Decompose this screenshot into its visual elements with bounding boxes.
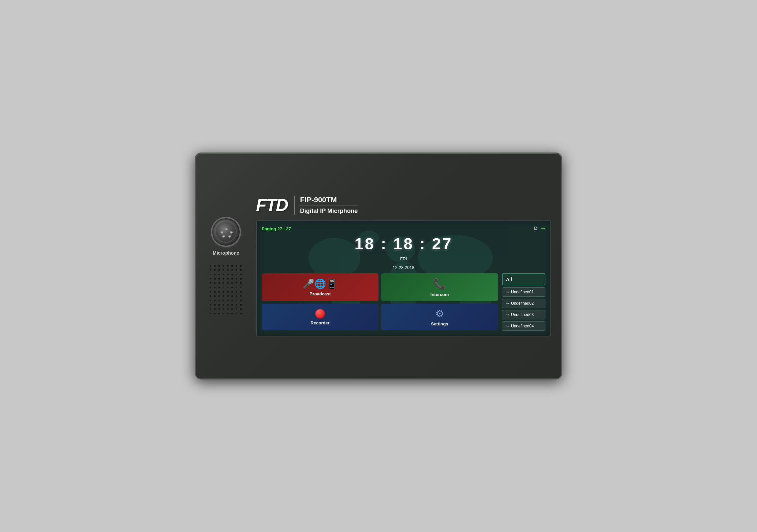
- settings-icon: ⚙: [435, 308, 444, 319]
- status-icons: 🖥 ▭: [533, 226, 545, 232]
- undefined04-label: Undefined04: [511, 324, 534, 328]
- product-info: FIP-900TM Digital IP Micrphone: [294, 196, 358, 215]
- undefined02-button[interactable]: ↪ Undefined02: [502, 299, 545, 308]
- broadcast-label: Broadcast: [309, 291, 331, 296]
- settings-label: Settings: [431, 321, 448, 326]
- product-name: FIP-900TM: [300, 196, 358, 206]
- brand-logo: FTD: [256, 196, 288, 214]
- speaker-grille: [210, 265, 243, 315]
- screen-main-content: 🎤🌐📱 Broadcast 📞 Intercom Recorder: [262, 273, 545, 331]
- menu-grid: 🎤🌐📱 Broadcast 📞 Intercom Recorder: [262, 273, 498, 330]
- undefined04-button[interactable]: ↪ Undefined04: [502, 321, 545, 331]
- undefined01-icon: ↪: [506, 290, 509, 294]
- left-panel: Microphone: [206, 217, 246, 315]
- intercom-icon: 📞: [433, 277, 446, 290]
- screen-top-bar: Paging 27 - 27 🖥 ▭: [262, 226, 545, 232]
- microphone-section: Microphone: [211, 217, 241, 256]
- undefined01-button[interactable]: ↪ Undefined01: [502, 287, 545, 297]
- connection-icon: ▭: [540, 226, 545, 232]
- undefined03-button[interactable]: ↪ Undefined03: [502, 310, 545, 319]
- recorder-label: Recorder: [310, 320, 329, 325]
- undefined02-icon: ↪: [506, 301, 509, 306]
- undefined01-label: Undefined01: [511, 290, 534, 294]
- device-panel: Microphone FTD FIP-900TM Digital IP Micr…: [195, 153, 562, 379]
- intercom-button[interactable]: 📞 Intercom: [381, 273, 498, 301]
- record-icon: [315, 309, 325, 318]
- intercom-label: Intercom: [431, 292, 449, 297]
- settings-button[interactable]: ⚙ Settings: [381, 304, 498, 330]
- screen-content: Paging 27 - 27 🖥 ▭ 18 : 18 : 27 FRI 12 2…: [262, 226, 545, 331]
- product-subtitle: Digital IP Micrphone: [300, 206, 358, 215]
- all-button[interactable]: All: [502, 273, 545, 285]
- day-display: FRI: [262, 256, 545, 262]
- connector-pin-1: [225, 228, 228, 230]
- paging-status: Paging 27 - 27: [262, 226, 291, 231]
- all-button-label: All: [506, 277, 512, 282]
- undefined02-label: Undefined02: [511, 301, 534, 306]
- connector-pin-5: [228, 235, 231, 238]
- date-display: 12 28,2018: [262, 265, 545, 271]
- undefined03-icon: ↪: [506, 312, 509, 317]
- display-screen: Paging 27 - 27 🖥 ▭ 18 : 18 : 27 FRI 12 2…: [256, 220, 551, 336]
- connector-pin-4: [222, 235, 225, 238]
- connector-pin-2: [221, 231, 223, 234]
- mic-connector: [211, 217, 241, 247]
- undefined04-icon: ↪: [506, 324, 509, 328]
- header-row: FTD FIP-900TM Digital IP Micrphone: [256, 196, 551, 215]
- recorder-button[interactable]: Recorder: [262, 304, 378, 330]
- connector-pin-3: [230, 231, 233, 234]
- side-buttons-panel: All ↪ Undefined01 ↪ Undefined02 ↪ Unde: [502, 273, 545, 331]
- time-display: 18 : 18 : 27: [262, 236, 545, 252]
- microphone-label: Microphone: [213, 250, 239, 256]
- undefined03-label: Undefined03: [511, 312, 534, 317]
- right-panel: FTD FIP-900TM Digital IP Micrphone: [256, 160, 551, 372]
- network-icon: 🖥: [533, 226, 538, 232]
- broadcast-button[interactable]: 🎤🌐📱 Broadcast: [262, 273, 378, 301]
- broadcast-icon: 🎤🌐📱: [303, 278, 338, 289]
